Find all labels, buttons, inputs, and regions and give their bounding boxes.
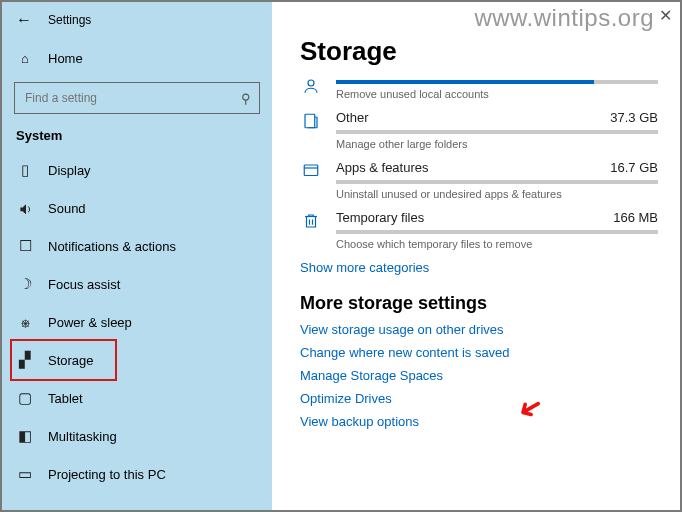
home-nav[interactable]: ⌂ Home <box>2 42 272 74</box>
category-name: Apps & features <box>336 160 429 175</box>
watermark: www.wintips.org <box>474 4 654 32</box>
nav-label: Multitasking <box>48 429 117 444</box>
category-accounts[interactable]: Remove unused local accounts <box>300 75 658 100</box>
category-apps[interactable]: Apps & features16.7 GB Uninstall unused … <box>300 160 658 200</box>
category-name: Temporary files <box>336 210 424 225</box>
tablet-icon: ▢ <box>16 389 34 407</box>
search-input[interactable]: ⚲ <box>14 82 260 114</box>
apps-icon <box>300 160 322 200</box>
power-icon: ⎈ <box>16 314 34 331</box>
usage-bar <box>336 230 658 234</box>
nav-power-sleep[interactable]: ⎈ Power & sleep <box>2 303 272 341</box>
link-change-save-location[interactable]: Change where new content is saved <box>300 345 658 360</box>
home-label: Home <box>48 51 83 66</box>
category-temp[interactable]: Temporary files166 MB Choose which tempo… <box>300 210 658 250</box>
focus-assist-icon: ☽ <box>16 275 34 293</box>
display-icon: ▯ <box>16 161 34 179</box>
nav-label: Tablet <box>48 391 83 406</box>
storage-icon: ▞ <box>16 351 34 369</box>
link-other-drives[interactable]: View storage usage on other drives <box>300 322 658 337</box>
nav-sound[interactable]: 🔉︎ Sound <box>2 189 272 227</box>
category-other[interactable]: Other37.3 GB Manage other large folders <box>300 110 658 150</box>
link-storage-spaces[interactable]: Manage Storage Spaces <box>300 368 658 383</box>
link-backup-options[interactable]: View backup options <box>300 414 658 429</box>
nav-storage[interactable]: ▞ Storage <box>2 341 272 379</box>
search-icon: ⚲ <box>241 91 251 106</box>
nav-label: Projecting to this PC <box>48 467 166 482</box>
nav-label: Sound <box>48 201 86 216</box>
show-more-link[interactable]: Show more categories <box>300 260 658 275</box>
nav-label: Storage <box>48 353 94 368</box>
nav-focus-assist[interactable]: ☽ Focus assist <box>2 265 272 303</box>
more-settings-heading: More storage settings <box>300 293 658 314</box>
trash-icon <box>300 210 322 250</box>
nav-multitasking[interactable]: ◧ Multitasking <box>2 417 272 455</box>
category-sub: Remove unused local accounts <box>336 88 658 100</box>
category-sub: Uninstall unused or undesired apps & fea… <box>336 188 658 200</box>
usage-bar <box>336 130 658 134</box>
nav-label: Display <box>48 163 91 178</box>
sidebar: ← Settings ⌂ Home ⚲ System ▯ Display 🔉︎ … <box>2 2 272 510</box>
nav-display[interactable]: ▯ Display <box>2 151 272 189</box>
svg-rect-2 <box>304 165 318 176</box>
home-icon: ⌂ <box>16 51 34 66</box>
content-pane: ✕ www.wintips.org Storage Remove unused … <box>272 2 680 510</box>
category-sub: Choose which temporary files to remove <box>336 238 658 250</box>
page-title: Storage <box>300 36 658 67</box>
close-icon[interactable]: ✕ <box>659 6 672 25</box>
search-field[interactable] <box>23 90 217 106</box>
window-title: Settings <box>48 13 91 27</box>
notifications-icon: ☐ <box>16 237 34 255</box>
section-header: System <box>2 124 272 151</box>
usage-bar <box>336 80 658 84</box>
nav-label: Focus assist <box>48 277 120 292</box>
category-name: Other <box>336 110 369 125</box>
category-size: 166 MB <box>613 210 658 225</box>
settings-window: ← Settings ⌂ Home ⚲ System ▯ Display 🔉︎ … <box>0 0 682 512</box>
nav-label: Notifications & actions <box>48 239 176 254</box>
header-row: ← Settings <box>2 2 272 38</box>
accounts-icon <box>300 75 322 100</box>
nav-projecting[interactable]: ▭ Projecting to this PC <box>2 455 272 493</box>
multitasking-icon: ◧ <box>16 427 34 445</box>
back-icon[interactable]: ← <box>16 11 32 29</box>
category-size: 37.3 GB <box>610 110 658 125</box>
nav-label: Power & sleep <box>48 315 132 330</box>
other-icon <box>300 110 322 150</box>
category-size: 16.7 GB <box>610 160 658 175</box>
sound-icon: 🔉︎ <box>16 200 34 217</box>
projecting-icon: ▭ <box>16 465 34 483</box>
nav-notifications[interactable]: ☐ Notifications & actions <box>2 227 272 265</box>
svg-rect-1 <box>305 114 315 128</box>
usage-bar <box>336 180 658 184</box>
svg-point-0 <box>308 80 314 86</box>
link-optimize-drives[interactable]: Optimize Drives <box>300 391 658 406</box>
category-sub: Manage other large folders <box>336 138 658 150</box>
nav-tablet[interactable]: ▢ Tablet <box>2 379 272 417</box>
